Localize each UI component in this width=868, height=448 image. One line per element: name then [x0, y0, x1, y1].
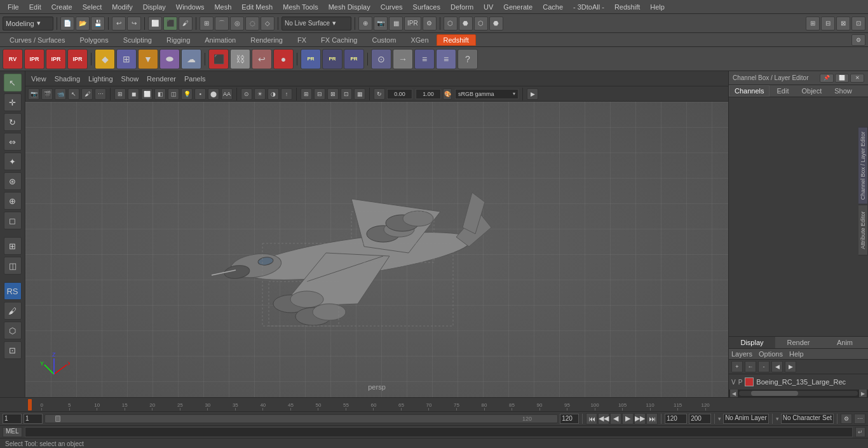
component-mode-button[interactable]: ◫: [4, 257, 22, 275]
timeline-tick-70[interactable]: 70: [415, 402, 443, 411]
menu-redshift[interactable]: Redshift: [609, 2, 645, 12]
vp-wireframe-icon[interactable]: ⊞: [114, 88, 126, 100]
vp-safe-icon[interactable]: ⊡: [341, 88, 352, 100]
playback-skip-start-button[interactable]: ⏮: [586, 413, 597, 424]
lasso-select-button[interactable]: ◻: [4, 212, 22, 229]
vp-paint-icon[interactable]: 🖌: [81, 88, 93, 100]
timeline-tick-50[interactable]: 50: [304, 402, 332, 411]
shelf-tab-fx-caching[interactable]: FX Caching: [314, 34, 364, 46]
snap-surface-button[interactable]: ◌: [245, 17, 259, 31]
shelf-tab-custom[interactable]: Custom: [365, 34, 403, 46]
paint-effects-button[interactable]: 🖌: [4, 302, 22, 320]
timeline-tick-100[interactable]: 100: [581, 402, 609, 411]
shelf-tab-rigging[interactable]: Rigging: [159, 34, 197, 46]
timeline-playhead[interactable]: [28, 399, 32, 411]
layout-button-2[interactable]: ⊟: [821, 17, 835, 31]
anim-end-input[interactable]: [665, 414, 687, 424]
script-input-field[interactable]: [25, 427, 853, 437]
snap-live-button[interactable]: ◇: [261, 17, 275, 31]
timeline-tick-40[interactable]: 40: [249, 402, 277, 411]
vp-lights-icon[interactable]: 💡: [181, 88, 193, 100]
menu-select[interactable]: Select: [78, 2, 107, 12]
menu-uv[interactable]: UV: [478, 2, 498, 12]
vp-gate-icon[interactable]: ⊠: [327, 88, 339, 100]
menu-3dtoall[interactable]: - 3DtoAll -: [568, 2, 609, 12]
layer-scroll-track[interactable]: [739, 391, 858, 396]
shelf-icon-hook[interactable]: ↩: [252, 49, 272, 69]
vp-field-icon[interactable]: ▦: [354, 88, 365, 100]
new-file-button[interactable]: 📄: [60, 17, 74, 31]
redshift-render-button[interactable]: RS: [4, 282, 22, 300]
viewport-renderer-menu[interactable]: Renderer: [144, 74, 179, 83]
layer-arrow2-button[interactable]: ▶: [785, 361, 796, 372]
vp-bounding-icon[interactable]: ⬜: [141, 88, 153, 100]
timeline-tick-95[interactable]: 95: [553, 402, 581, 411]
layer-render-tab[interactable]: Render: [775, 337, 822, 348]
artisan-button[interactable]: ⬡: [4, 322, 22, 339]
layout-button-1[interactable]: ⊞: [806, 17, 820, 31]
panel-close-button[interactable]: ✕: [850, 74, 864, 83]
snap-mode-button[interactable]: ⊞: [4, 237, 22, 255]
menu-mesh[interactable]: Mesh: [209, 2, 236, 12]
shelf-tab-sculpting[interactable]: Sculpting: [116, 34, 159, 46]
timeline-tick-30[interactable]: 30: [194, 402, 222, 411]
menu-curves[interactable]: Curves: [376, 2, 408, 12]
menu-edit[interactable]: Edit: [24, 2, 46, 12]
shelf-settings-icon[interactable]: ⚙: [851, 34, 865, 46]
camera-button[interactable]: 📷: [374, 17, 388, 31]
vp-unknown1-icon[interactable]: ⋯: [95, 88, 106, 100]
soft-select-button[interactable]: ⊛: [4, 172, 22, 190]
frame-range-start-input[interactable]: [24, 414, 43, 424]
shelf-tab-redshift[interactable]: Redshift: [437, 34, 476, 46]
shelf-icon-ipr3[interactable]: IPR: [67, 49, 88, 69]
anim-settings-button[interactable]: ⚙: [841, 414, 852, 424]
timeline-tick-5[interactable]: 5: [56, 402, 84, 411]
playback-play-button[interactable]: ▶: [622, 413, 634, 424]
vp-color-space-icon[interactable]: 🎨: [443, 88, 452, 100]
live-surface-dropdown[interactable]: No Live Surface ▾: [281, 17, 351, 31]
shelf-icon-cube-red[interactable]: ⬛: [208, 49, 229, 69]
layer-scroll-left[interactable]: ◀: [730, 390, 738, 397]
layer-row[interactable]: V P Boeing_RC_135_Large_Rec: [729, 374, 868, 390]
timeline-tick-110[interactable]: 110: [636, 402, 664, 411]
shelf-tab-animation[interactable]: Animation: [198, 34, 243, 46]
paint-button[interactable]: 🖌: [179, 17, 193, 31]
quick-select-button[interactable]: ⊡: [4, 341, 22, 359]
shelf-icon-grid[interactable]: ⊞: [116, 49, 137, 69]
viewport-shading-menu[interactable]: Shading: [51, 74, 83, 83]
frame-current-input[interactable]: [3, 414, 22, 424]
layer-new-button[interactable]: +: [731, 361, 743, 372]
timeline-tick-90[interactable]: 90: [526, 402, 553, 411]
shelf-icon-ipr1[interactable]: IPR: [24, 49, 44, 69]
menu-deform[interactable]: Deform: [445, 2, 478, 12]
vp-smooth-icon[interactable]: ◼: [128, 88, 139, 100]
attribute-editor-vert-tab[interactable]: Attribute Editor: [858, 205, 868, 255]
shelf-icon-pr2[interactable]: PR: [322, 49, 342, 69]
menu-help[interactable]: Help: [645, 2, 670, 12]
shelf-icon-pr3[interactable]: PR: [344, 49, 364, 69]
object-tab[interactable]: Object: [796, 85, 827, 97]
anim-layer-dropdown[interactable]: No Anim Layer: [723, 414, 769, 424]
vp-arrow-icon[interactable]: ▶: [527, 88, 538, 100]
channel-box-vert-tab[interactable]: Channel Box / Layer Editor: [858, 127, 868, 205]
panel-maximize-button[interactable]: ⬜: [835, 74, 849, 83]
vp-select-icon[interactable]: ↖: [68, 88, 79, 100]
vp-rot-icon[interactable]: ↻: [374, 88, 385, 100]
playback-skip-end-button[interactable]: ⏭: [646, 413, 658, 424]
shelf-tab-curves-surfaces[interactable]: Curves / Surfaces: [3, 34, 72, 46]
layout-button-3[interactable]: ⊠: [836, 17, 850, 31]
vp-isolate-icon[interactable]: ⊙: [241, 88, 252, 100]
select-mode-button[interactable]: ⬜: [148, 17, 162, 31]
3d-viewport[interactable]: X Y Z persp: [25, 102, 728, 397]
options-menu-item[interactable]: Options: [759, 350, 783, 358]
shelf-tab-rendering[interactable]: Rendering: [243, 34, 290, 46]
shelf-icon-circle-red[interactable]: ●: [273, 49, 294, 69]
shelf-icon-dome[interactable]: ⊙: [371, 49, 391, 69]
layer-v-toggle[interactable]: V: [731, 379, 736, 386]
layout-button-4[interactable]: ⊡: [851, 17, 865, 31]
snap-point-button[interactable]: ◎: [230, 17, 244, 31]
timeline-tick-45[interactable]: 45: [277, 402, 305, 411]
menu-mesh-display[interactable]: Mesh Display: [323, 2, 376, 12]
shelf-icon-question[interactable]: ?: [458, 49, 478, 69]
vp-camera-icon[interactable]: 📷: [28, 88, 39, 100]
